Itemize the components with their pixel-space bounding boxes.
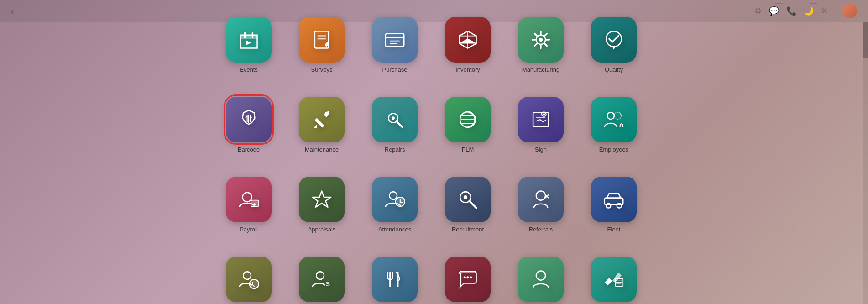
moon-badge xyxy=(810,3,817,4)
svg-point-37 xyxy=(243,272,251,279)
svg-point-45 xyxy=(470,276,472,278)
svg-point-32 xyxy=(464,195,467,199)
app-label-recruitment: Recruitment xyxy=(452,226,484,233)
app-label-maintenance: Maintenance xyxy=(305,146,339,153)
app-item-appraisals[interactable]: Appraisals xyxy=(288,167,356,242)
svg-point-44 xyxy=(466,276,469,278)
app-icon-manufacturing xyxy=(518,17,564,63)
app-icon-live-chat xyxy=(445,257,491,302)
app-icon-appraisals xyxy=(299,177,345,222)
app-icon-fleet xyxy=(591,177,637,222)
svg-point-23 xyxy=(614,112,621,119)
app-label-attendances: Attendances xyxy=(378,226,411,233)
app-icon-quality xyxy=(591,17,637,63)
app-label-referrals: Referrals xyxy=(529,226,553,233)
svg-point-36 xyxy=(617,203,622,208)
app-item-surveys[interactable]: Surveys xyxy=(288,7,356,83)
svg-point-28 xyxy=(389,192,397,199)
svg-point-46 xyxy=(536,271,545,280)
app-item-purchase[interactable]: Purchase xyxy=(361,7,429,83)
app-icon-repairs xyxy=(372,97,418,142)
app-icon-events xyxy=(226,17,272,63)
close-icon[interactable]: ✕ xyxy=(821,6,828,16)
app-label-repairs: Repairs xyxy=(385,146,405,153)
app-label-barcode: Barcode xyxy=(238,146,260,153)
app-label-manufacturing: Manufacturing xyxy=(522,66,559,73)
app-icon-expenses: $ xyxy=(299,257,345,302)
scrollbar-thumb[interactable] xyxy=(863,22,868,58)
avatar xyxy=(842,4,857,18)
app-item-repairs[interactable]: Repairs xyxy=(361,87,429,162)
app-icon-recruitment xyxy=(445,177,491,222)
app-icon-lunch xyxy=(372,257,418,302)
app-icon-plm xyxy=(445,97,491,142)
app-item-quality[interactable]: Quality xyxy=(580,7,648,83)
back-button[interactable]: ‹ xyxy=(7,4,18,18)
app-icon-maintenance xyxy=(299,97,345,142)
app-item-employees[interactable]: Employees xyxy=(580,87,648,162)
app-icon-barcode xyxy=(226,97,272,142)
app-item-members[interactable]: Members xyxy=(507,247,575,304)
app-item-fleet[interactable]: Fleet xyxy=(580,167,648,242)
app-icon-purchase xyxy=(372,17,418,63)
app-item-expenses[interactable]: $Expenses xyxy=(288,247,356,304)
app-item-data-cleaning[interactable]: Data Cleaning xyxy=(580,247,648,304)
phone-icon[interactable]: 📞 xyxy=(786,6,796,16)
app-item-plm[interactable]: PLM xyxy=(434,87,502,162)
app-icon-data-cleaning xyxy=(591,257,637,302)
svg-point-13 xyxy=(539,37,543,41)
app-icon-attendances xyxy=(372,177,418,222)
app-item-lunch[interactable]: Lunch xyxy=(361,247,429,304)
app-icon-sign xyxy=(518,97,564,142)
svg-text:$: $ xyxy=(326,280,330,288)
svg-line-31 xyxy=(469,201,476,208)
svg-point-22 xyxy=(607,112,614,119)
app-icon-employees xyxy=(591,97,637,142)
app-item-attendances[interactable]: Attendances xyxy=(361,167,429,242)
svg-marker-3 xyxy=(246,40,251,45)
svg-rect-0 xyxy=(240,35,257,38)
app-label-surveys: Surveys xyxy=(311,66,333,73)
app-icon-surveys xyxy=(299,17,345,63)
app-item-referrals[interactable]: Referrals xyxy=(507,167,575,242)
app-grid: EventsSurveysPurchaseInventoryManufactur… xyxy=(0,25,863,304)
app-label-events: Events xyxy=(240,66,258,73)
app-item-manufacturing[interactable]: Manufacturing xyxy=(507,7,575,83)
app-item-maintenance[interactable]: Maintenance xyxy=(288,87,356,162)
app-item-sign[interactable]: Sign xyxy=(507,87,575,162)
app-item-payroll[interactable]: $Payroll xyxy=(214,167,283,242)
bug-icon[interactable]: ⚙ xyxy=(754,6,762,16)
app-item-events[interactable]: Events xyxy=(214,7,283,83)
app-icon-time-off xyxy=(226,257,272,302)
svg-point-35 xyxy=(606,203,611,208)
user-info[interactable] xyxy=(842,4,861,18)
app-label-appraisals: Appraisals xyxy=(308,226,336,233)
app-label-quality: Quality xyxy=(605,66,623,73)
top-bar-left: ‹ xyxy=(7,4,18,18)
app-item-live-chat[interactable]: Live Chat xyxy=(434,247,502,304)
chat-icon[interactable]: 💬 xyxy=(769,6,779,16)
app-icon-inventory xyxy=(445,17,491,63)
app-item-inventory[interactable]: Inventory xyxy=(434,7,502,83)
top-bar-right: ⚙ 💬 📞 🌙 ✕ xyxy=(754,4,861,18)
svg-point-38 xyxy=(250,279,259,288)
app-icon-referrals xyxy=(518,177,564,222)
moon-icon[interactable]: 🌙 xyxy=(804,6,814,16)
app-label-fleet: Fleet xyxy=(607,226,621,233)
chat-badge xyxy=(775,3,783,4)
scrollbar[interactable] xyxy=(863,22,868,304)
app-item-time-off[interactable]: Time Off xyxy=(214,247,283,304)
app-label-inventory: Inventory xyxy=(455,66,480,73)
app-label-plm: PLM xyxy=(462,146,474,153)
svg-marker-27 xyxy=(313,191,331,207)
app-label-purchase: Purchase xyxy=(382,66,408,73)
app-label-employees: Employees xyxy=(599,146,628,153)
app-label-payroll: Payroll xyxy=(240,226,258,233)
svg-point-33 xyxy=(536,191,545,200)
svg-rect-8 xyxy=(386,33,404,47)
app-label-sign: Sign xyxy=(535,146,547,153)
svg-point-24 xyxy=(243,192,252,201)
app-item-barcode[interactable]: Barcode xyxy=(214,87,283,162)
app-item-recruitment[interactable]: Recruitment xyxy=(434,167,502,242)
svg-point-17 xyxy=(392,116,395,120)
